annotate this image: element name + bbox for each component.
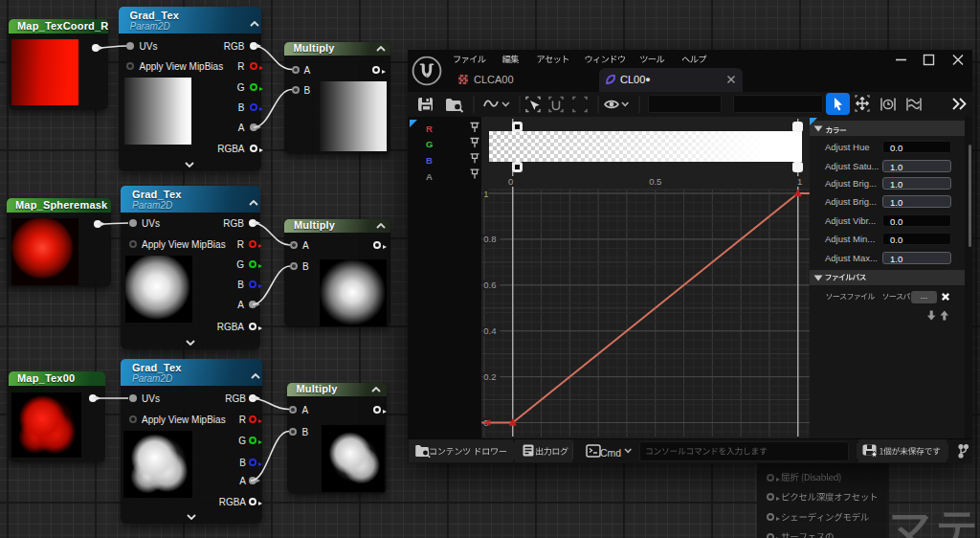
svg-text:0.8: 0.8 [483,234,496,244]
svg-text:0.2: 0.2 [483,371,496,382]
svg-text:1: 1 [483,189,488,199]
svg-text:0.5: 0.5 [649,176,661,187]
svg-text:1: 1 [797,176,802,187]
svg-text:0.4: 0.4 [483,325,496,336]
svg-text:0.6: 0.6 [483,280,496,290]
svg-text:0: 0 [508,176,513,187]
